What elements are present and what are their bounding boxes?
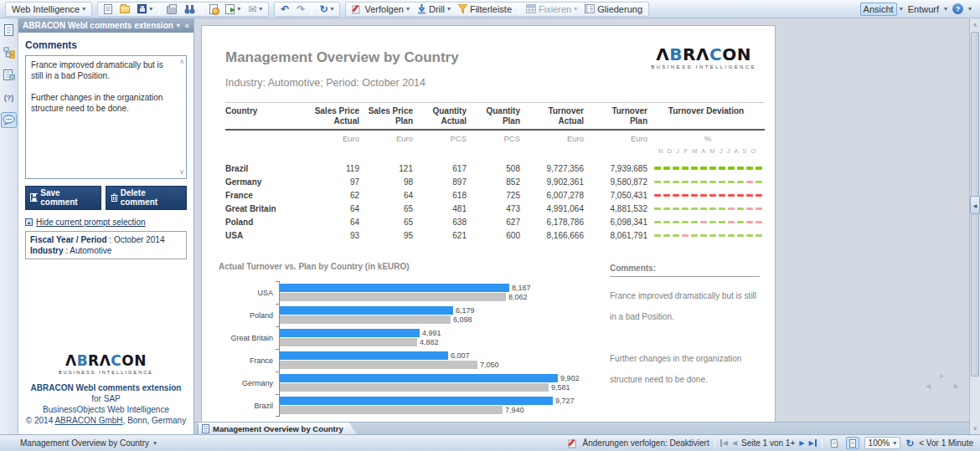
page-mode-button[interactable] (846, 437, 859, 449)
pan-right-icon[interactable]: ▶ (954, 382, 959, 390)
deviation-dash (709, 208, 716, 210)
track-changes-button[interactable]: Verfolgen ▾ (349, 3, 412, 16)
web-intelligence-menu[interactable]: Web Intelligence ▾ (9, 3, 88, 16)
table-cell: 617 (416, 164, 470, 173)
pan-left-icon[interactable]: ◀ (926, 382, 931, 390)
export-reader-button[interactable] (207, 3, 220, 16)
vertical-scrollbar[interactable]: ∧ ◀ ∨ (969, 18, 980, 434)
sidebar-tab-comments[interactable] (1, 112, 17, 128)
track-changes-status[interactable]: Änderungen verfolgen: Deaktiviert (583, 438, 709, 448)
abracon-gmbh-link[interactable]: ABRACON GmbH (54, 416, 122, 425)
collapse-prompt-icon[interactable]: ▴ (25, 218, 33, 226)
save-button[interactable]: ▾ (135, 3, 155, 16)
table-cell: 481 (416, 204, 470, 213)
email-button[interactable]: ✉▾ (245, 3, 265, 16)
scroll-down-icon[interactable]: ∨ (179, 168, 184, 176)
save-comment-button[interactable]: Save comment (25, 186, 101, 210)
deviation-dash (663, 221, 670, 223)
report-selector[interactable]: Management Overview by Country ▾ (7, 438, 157, 448)
hide-prompt-selection-link[interactable]: Hide current prompt selection (36, 218, 146, 227)
track-changes-status-icon (568, 438, 578, 448)
deviation-dash (691, 208, 698, 210)
refresh-status-icon[interactable]: ↻ (905, 438, 914, 449)
table-cell: 64 (309, 204, 363, 213)
sidebar-tab-document-summary[interactable] (1, 22, 17, 38)
delete-comment-button[interactable]: Delete comment (106, 186, 187, 210)
chevron-down-icon: ▾ (447, 6, 451, 13)
deviation-dash (737, 234, 744, 237)
panel-collapse-handle[interactable]: ◀ (970, 196, 980, 214)
table-cell: 638 (416, 218, 470, 227)
bar-value-label: 4,882 (420, 338, 439, 346)
export-button[interactable]: ▾ (223, 3, 243, 16)
sidebar-tab-navigation-map[interactable] (1, 44, 17, 60)
find-button[interactable] (182, 3, 198, 16)
abracon-logo: ΛBRΛCONBUSINESS INTELLIGENCE (25, 354, 187, 375)
bar-value-label: 4,991 (422, 329, 441, 337)
help-button[interactable]: ? (950, 3, 966, 16)
chart-category-label: France (225, 349, 279, 372)
save-icon (137, 4, 147, 13)
sidebar-tab-user-prompt[interactable]: (?) (1, 90, 17, 105)
print-button[interactable] (164, 3, 179, 16)
drill-button[interactable]: Drill ▾ (415, 3, 453, 16)
zoom-control[interactable]: 100% ▾ (864, 437, 901, 449)
report-tab[interactable]: Management Overview by Country (198, 423, 357, 434)
last-page-button[interactable]: ▶ (808, 439, 816, 447)
deviation-dash (756, 167, 762, 170)
redo-button[interactable]: ↷ (294, 3, 307, 16)
deviation-dash (682, 234, 689, 237)
bar-actual (280, 284, 509, 292)
quick-display-mode-button[interactable] (828, 437, 841, 449)
chart-category-label: USA (225, 281, 279, 304)
track-changes-pencil-icon (352, 4, 362, 14)
deviation-dash (691, 181, 698, 183)
delete-comment-label: Delete comment (121, 188, 180, 207)
table-cell: 65 (363, 218, 416, 227)
previous-page-button[interactable]: ◀ (732, 439, 737, 447)
chevron-down-icon[interactable]: ▾ (900, 6, 903, 13)
deviation-dash (709, 234, 716, 237)
comment-textarea[interactable]: France improved dramatically but is stil… (25, 55, 187, 179)
first-page-button[interactable]: ◀ (720, 439, 728, 447)
sidebar-tab-input-controls[interactable] (1, 67, 17, 83)
deviation-dash (746, 208, 753, 210)
next-page-button[interactable]: ▶ (799, 439, 804, 447)
scrollbar-down-icon[interactable]: ∨ (970, 423, 980, 433)
deviation-dash (700, 208, 707, 210)
table-unit-cell (225, 131, 309, 143)
deviation-dash (654, 234, 661, 237)
scrollbar-up-icon[interactable]: ∧ (970, 19, 980, 30)
filter-bar-button[interactable]: Filterleiste (456, 3, 514, 16)
design-mode-button[interactable]: Entwurf (905, 3, 941, 16)
pan-up-icon[interactable]: ▲ (938, 372, 945, 379)
new-document-button[interactable] (101, 3, 115, 16)
country-cell: Brazil (225, 164, 309, 173)
quick-display-icon (830, 438, 838, 448)
logo-letter: O (722, 44, 737, 64)
panel-collapse-icon[interactable]: « (184, 21, 189, 30)
chevron-down-icon[interactable]: ▾ (968, 6, 972, 13)
scroll-up-icon[interactable]: ∧ (179, 58, 184, 65)
chevron-down-icon[interactable]: ▾ (944, 6, 947, 13)
deviation-dash (691, 167, 698, 170)
undo-button[interactable]: ↶ (278, 3, 291, 16)
deviation-dash (719, 181, 725, 183)
deviation-sparkline (651, 221, 765, 223)
print-icon (167, 6, 177, 14)
table-cell: 627 (470, 218, 524, 227)
panel-header[interactable]: ABRACON WebI comments extension ▾ « (18, 18, 193, 33)
view-mode-button[interactable]: Ansicht (860, 3, 897, 16)
report-subtitle: Industry: Automotive; Period: October 20… (225, 77, 760, 89)
table-cell: 600 (470, 231, 524, 240)
report-comments-heading: Comments: (610, 264, 760, 277)
deviation-dash (663, 167, 670, 170)
open-button[interactable] (117, 3, 132, 16)
refresh-button[interactable]: ↻▾ (317, 3, 336, 16)
deviation-dash (673, 208, 679, 210)
bar-value-label: 8,062 (508, 293, 528, 301)
outline-button[interactable]: Gliederung (582, 3, 645, 16)
deviation-dash (709, 167, 716, 170)
chevron-down-icon[interactable]: ▾ (177, 23, 180, 29)
freeze-button[interactable]: Fixieren ▾ (524, 3, 580, 16)
